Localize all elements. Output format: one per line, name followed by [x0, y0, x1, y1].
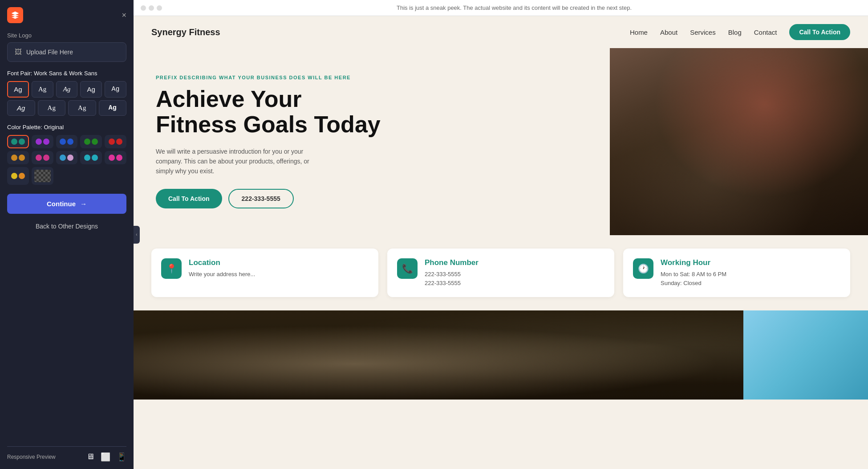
hero-headline-line1: Achieve Your: [156, 86, 302, 112]
collapse-handle[interactable]: ‹: [134, 226, 140, 244]
palette-magenta[interactable]: [105, 151, 126, 164]
desktop-icon[interactable]: 🖥: [86, 452, 94, 462]
nav-services[interactable]: Services: [690, 29, 716, 36]
palette-checker[interactable]: [32, 167, 53, 185]
info-card-hours: 🕐 Working Hour Mon to Sat: 8 AM to 6 PMS…: [623, 249, 850, 297]
palette-purple[interactable]: [32, 135, 53, 148]
website-preview: Synergy Fitness Home About Services Blog…: [134, 16, 868, 469]
close-button[interactable]: ×: [122, 11, 126, 20]
info-card-phone: 📞 Phone Number 222-333-5555222-333-5555: [387, 249, 614, 297]
bottom-image-overlay: [743, 310, 868, 400]
clock-icon: 🕐: [633, 258, 653, 279]
color-palette-value: Original: [44, 124, 64, 131]
font-grid-row1: Ag Ag Ag Ag Ag: [7, 81, 126, 98]
palette-blue[interactable]: [56, 135, 78, 148]
location-title: Location: [189, 258, 255, 267]
hero-buttons: Call To Action 222-333-5555: [156, 189, 588, 208]
responsive-preview-label: Responsive Preview: [7, 454, 56, 460]
font-option-7[interactable]: Ag: [38, 100, 66, 116]
font-option-8[interactable]: Ag: [68, 100, 96, 116]
hero-section: PREFIX DESCRIBING WHAT YOUR BUSINESS DOE…: [134, 48, 868, 235]
location-icon: 📍: [161, 258, 182, 279]
font-pair-label: Font Pair: Work Sans & Work Sans: [7, 70, 126, 77]
font-pair-value: Work Sans & Work Sans: [34, 70, 97, 77]
image-icon: 🖼: [15, 48, 22, 56]
main-preview: This is just a sneak peek. The actual we…: [134, 0, 868, 469]
palette-green[interactable]: [80, 135, 102, 148]
hours-body: Mon to Sat: 8 AM to 6 PMSunday: Closed: [661, 270, 726, 287]
browser-notice: This is just a sneak peek. The actual we…: [167, 4, 861, 11]
sidebar-footer: Responsive Preview 🖥 ⬜ 📱: [7, 446, 126, 462]
site-nav: Synergy Fitness Home About Services Blog…: [134, 16, 868, 48]
palette-grid: [7, 135, 126, 185]
nav-home[interactable]: Home: [630, 29, 648, 36]
hero-headline: Achieve Your Fitness Goals Today: [156, 86, 588, 137]
bottom-image: [134, 310, 868, 400]
upload-label: Upload File Here: [26, 49, 73, 56]
continue-arrow-icon: →: [80, 200, 87, 208]
hero-prefix: PREFIX DESCRIBING WHAT YOUR BUSINESS DOE…: [156, 75, 588, 80]
sidebar-header: ×: [7, 7, 126, 23]
hero-headline-line2: Fitness Goals Today: [156, 111, 381, 137]
color-palette-label: Color Palette: Original: [7, 124, 126, 131]
hero-body: We will write a persuasive introduction …: [156, 147, 325, 176]
info-card-location: 📍 Location Write your address here...: [151, 249, 378, 297]
font-option-1[interactable]: Ag: [7, 81, 29, 98]
font-option-5[interactable]: Ag: [105, 81, 126, 98]
nav-about[interactable]: About: [660, 29, 677, 36]
browser-chrome: This is just a sneak peek. The actual we…: [134, 0, 868, 16]
app-logo: [7, 7, 23, 23]
hero-image: [610, 48, 868, 235]
phone-title: Phone Number: [425, 258, 479, 267]
site-logo: Synergy Fitness: [151, 27, 220, 37]
continue-label: Continue: [47, 200, 76, 208]
phone-icon: 📞: [397, 258, 418, 279]
hero-cta-primary[interactable]: Call To Action: [156, 189, 222, 208]
browser-dot-yellow: [149, 5, 154, 11]
font-option-3[interactable]: Ag: [56, 81, 78, 98]
font-option-2[interactable]: Ag: [32, 81, 53, 98]
nav-links: Home About Services Blog Contact Call To…: [630, 24, 850, 40]
mobile-icon[interactable]: 📱: [117, 452, 126, 462]
continue-button[interactable]: Continue →: [7, 194, 126, 214]
palette-red[interactable]: [105, 135, 126, 148]
hours-title: Working Hour: [661, 258, 726, 267]
browser-dot-green: [157, 5, 162, 11]
upload-area[interactable]: 🖼 Upload File Here: [7, 42, 126, 62]
info-card-hours-content: Working Hour Mon to Sat: 8 AM to 6 PMSun…: [661, 258, 726, 287]
nav-contact[interactable]: Contact: [754, 29, 777, 36]
nav-blog[interactable]: Blog: [728, 29, 742, 36]
site-logo-label: Site Logo: [7, 32, 126, 39]
tablet-icon[interactable]: ⬜: [101, 452, 110, 462]
phone-body: 222-333-5555222-333-5555: [425, 270, 479, 287]
info-card-phone-content: Phone Number 222-333-5555222-333-5555: [425, 258, 479, 287]
nav-cta-button[interactable]: Call To Action: [789, 24, 850, 40]
palette-cyan[interactable]: [80, 151, 102, 164]
hero-cta-secondary[interactable]: 222-333-5555: [228, 189, 294, 208]
palette-pink[interactable]: [32, 151, 53, 164]
palette-yellow-orange[interactable]: [7, 167, 29, 185]
hero-left: PREFIX DESCRIBING WHAT YOUR BUSINESS DOE…: [134, 48, 610, 235]
info-card-location-content: Location Write your address here...: [189, 258, 255, 279]
palette-orange[interactable]: [7, 151, 29, 164]
palette-blue-lavender[interactable]: [56, 151, 78, 164]
font-option-6[interactable]: Ag: [7, 100, 35, 116]
font-grid-row2: Ag Ag Ag Ag: [7, 100, 126, 116]
browser-dots: [141, 5, 162, 11]
font-option-4[interactable]: Ag: [80, 81, 102, 98]
browser-dot-red: [141, 5, 146, 11]
palette-teal[interactable]: [7, 135, 29, 148]
font-option-9[interactable]: Ag: [99, 100, 127, 116]
back-button[interactable]: Back to Other Designs: [7, 218, 126, 234]
info-cards: 📍 Location Write your address here... 📞 …: [134, 235, 868, 310]
hero-image-sim: [610, 48, 868, 235]
device-icons: 🖥 ⬜ 📱: [86, 452, 126, 462]
sidebar: × Site Logo 🖼 Upload File Here Font Pair…: [0, 0, 134, 469]
location-body: Write your address here...: [189, 270, 255, 279]
